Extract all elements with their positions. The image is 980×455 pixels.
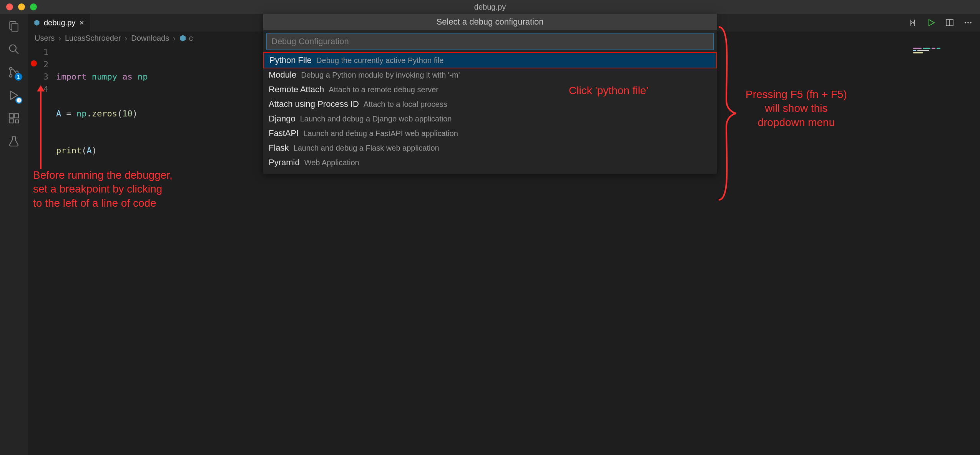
palette-item-title: Module: [269, 70, 296, 80]
palette-item[interactable]: PyramidWeb Application: [263, 155, 717, 170]
annotation-arrow: [40, 88, 42, 169]
run-debug-icon[interactable]: 🕑: [7, 88, 21, 102]
svg-point-5: [10, 75, 12, 77]
palette-item-desc: Launch and debug a FastAPI web applicati…: [303, 129, 458, 138]
window-title: debug.py: [474, 3, 506, 12]
palette-item-desc: Debug a Python module by invoking it wit…: [301, 71, 460, 80]
svg-point-18: [970, 22, 972, 23]
split-editor-icon[interactable]: [945, 18, 955, 28]
palette-input[interactable]: Debug Configuration: [266, 33, 714, 50]
window-controls: [6, 3, 37, 10]
palette-title: Select a debug configuration: [263, 14, 717, 30]
palette-item[interactable]: DjangoLaunch and debug a Django web appl…: [263, 111, 717, 126]
more-actions-icon[interactable]: [963, 18, 973, 28]
palette-item[interactable]: ModuleDebug a Python module by invoking …: [263, 68, 717, 82]
breadcrumb-item[interactable]: Users: [35, 34, 55, 43]
code-content[interactable]: import numpy as np A = np.zeros(10) prin…: [56, 45, 148, 455]
palette-item-title: Pyramid: [269, 158, 300, 168]
close-tab-icon[interactable]: ✕: [79, 19, 84, 27]
chevron-right-icon: ›: [58, 34, 62, 43]
line-gutter[interactable]: 1 2 3 4: [28, 45, 56, 455]
svg-point-2: [10, 45, 16, 51]
svg-rect-9: [14, 114, 18, 118]
run-file-icon[interactable]: [926, 18, 936, 28]
testing-icon[interactable]: [7, 135, 21, 148]
editor-actions: [908, 14, 980, 32]
svg-rect-8: [9, 114, 13, 118]
debug-config-palette: Select a debug configuration Debug Confi…: [263, 14, 717, 174]
search-icon[interactable]: [7, 42, 21, 56]
scm-badge: 1: [15, 73, 22, 81]
line-number: 1: [28, 46, 48, 58]
source-control-icon[interactable]: 1: [7, 65, 21, 79]
breadcrumb-item[interactable]: LucasSchroeder: [65, 34, 121, 43]
palette-item-title: Remote Attach: [269, 85, 324, 95]
annotation-right: Pressing F5 (fn + F5) will show this dro…: [746, 88, 847, 130]
python-file-icon: ⬢: [179, 33, 186, 43]
palette-item-title: Python File: [269, 55, 312, 65]
palette-item[interactable]: FastAPILaunch and debug a FastAPI web ap…: [263, 126, 717, 141]
palette-item[interactable]: FlaskLaunch and debug a Flask web applic…: [263, 141, 717, 155]
svg-point-16: [965, 22, 966, 23]
title-bar: debug.py: [0, 0, 980, 14]
svg-point-4: [10, 67, 12, 70]
palette-item-title: Flask: [269, 143, 289, 153]
chevron-right-icon: ›: [124, 34, 128, 43]
breadcrumb-item[interactable]: Downloads: [131, 34, 169, 43]
annotation-left: Before running the debugger, set a break…: [33, 168, 173, 210]
minimap[interactable]: [911, 45, 980, 55]
tab-label: debug.py: [44, 18, 75, 27]
palette-item-title: Attach using Process ID: [269, 99, 359, 109]
svg-rect-10: [9, 119, 13, 123]
palette-item-title: Django: [269, 114, 296, 124]
palette-item-desc: Web Application: [304, 158, 359, 167]
palette-item[interactable]: Python FileDebug the currently active Py…: [263, 52, 717, 68]
palette-item[interactable]: Remote AttachAttach to a remote debug se…: [263, 82, 717, 97]
svg-rect-1: [12, 23, 18, 31]
palette-item-desc: Attach to a remote debug server: [329, 85, 439, 94]
tab-debug-py[interactable]: ⬢ debug.py ✕: [28, 14, 91, 32]
breakpoint-marker[interactable]: [31, 60, 37, 66]
svg-marker-13: [929, 20, 934, 26]
svg-line-3: [15, 51, 18, 54]
annotation-mid: Click 'python file': [569, 84, 648, 98]
line-number: 3: [28, 71, 48, 83]
palette-item-desc: Launch and debug a Django web applicatio…: [300, 115, 452, 123]
svg-rect-11: [15, 120, 18, 123]
chevron-right-icon: ›: [172, 34, 176, 43]
breadcrumb-item[interactable]: c: [189, 34, 193, 43]
compare-changes-icon[interactable]: [908, 18, 918, 28]
extensions-icon[interactable]: [7, 111, 21, 125]
palette-item-desc: Launch and debug a Flask web application: [294, 144, 439, 153]
annotation-brace: [715, 23, 738, 204]
close-window-button[interactable]: [6, 3, 13, 10]
explorer-icon[interactable]: [7, 19, 21, 33]
palette-item-desc: Attach to a local process: [364, 100, 447, 109]
zoom-window-button[interactable]: [30, 3, 37, 10]
svg-point-17: [967, 22, 969, 23]
palette-list: Python FileDebug the currently active Py…: [263, 52, 717, 174]
activity-bar: 1 🕑: [0, 14, 28, 455]
palette-item[interactable]: Attach using Process IDAttach to a local…: [263, 97, 717, 111]
palette-item-desc: Debug the currently active Python file: [316, 56, 443, 65]
palette-item-title: FastAPI: [269, 128, 299, 138]
python-file-icon: ⬢: [34, 18, 40, 27]
minimize-window-button[interactable]: [18, 3, 25, 10]
